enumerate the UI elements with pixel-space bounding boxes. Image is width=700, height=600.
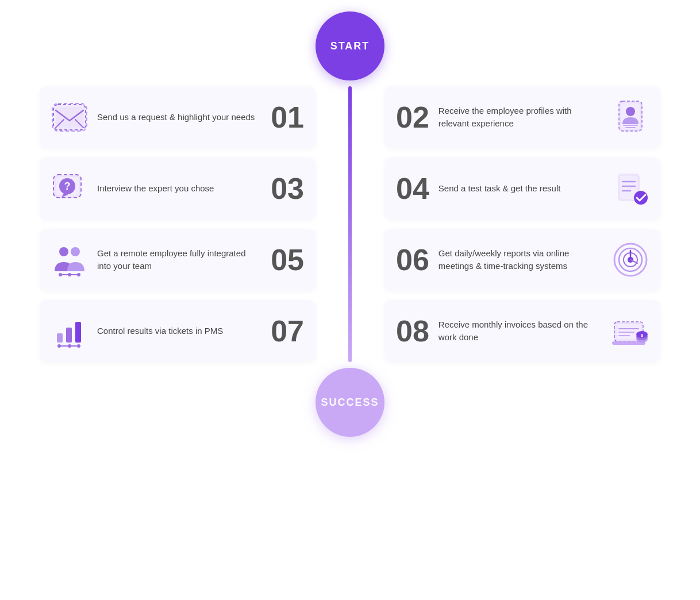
svg-rect-1 [56,107,83,128]
step-05-text: Get a remote employee fully integrated i… [97,247,261,273]
left-column: Send us a request & highlight your needs… [11,86,333,362]
svg-text:?: ? [64,180,71,192]
step-card-01: Send us a request & highlight your needs… [40,86,316,148]
step-01-text: Send us a request & highlight your needs [97,111,261,124]
team-icon [51,241,88,278]
step-card-05: Get a remote employee fully integrated i… [40,229,316,291]
step-05-number: 05 [271,245,304,275]
start-label: START [330,40,370,52]
step-08-number: 08 [396,316,429,346]
step-07-number: 07 [271,316,304,346]
step-card-08: 08 Receive monthly invoices based on the… [384,300,660,362]
step-01-number: 01 [271,102,304,132]
svg-text:$: $ [641,333,644,338]
svg-point-9 [59,247,68,256]
step-06-number: 06 [396,245,429,275]
interview-icon: ? [51,170,88,207]
step-card-04: 04 Send a test task & get the result [384,157,660,220]
step-02-text: Receive the employee profiles with relev… [439,105,603,130]
center-column [333,86,367,362]
page-container: START Send us a re [11,11,689,437]
step-card-06: 06 Get daily/weekly reports via online m… [384,229,660,291]
tracking-icon [612,241,649,278]
start-circle: START [316,11,384,80]
svg-point-10 [71,247,80,256]
step-card-02: 02 Receive the employee profiles with re… [384,86,660,148]
step-02-number: 02 [396,102,429,132]
step-04-number: 04 [396,174,429,203]
step-04-text: Send a test task & get the result [439,182,603,195]
step-03-text: Interview the expert you chose [97,182,261,195]
success-label: SUCCESS [321,397,379,409]
step-card-07: Control results via tickets in PMS 07 [40,300,316,362]
envelope-icon [51,99,88,136]
task-check-icon [612,170,649,207]
svg-rect-16 [66,328,72,343]
svg-rect-15 [57,333,63,343]
success-circle: SUCCESS [316,368,384,437]
svg-point-24 [626,107,635,116]
step-03-number: 03 [271,174,304,203]
step-07-text: Control results via tickets in PMS [97,325,261,338]
profile-doc-icon [612,99,649,136]
invoice-icon: $ [612,313,649,349]
chart-tickets-icon [51,313,88,349]
step-card-03: ? Interview the expert you chose 03 [40,157,316,220]
step-06-text: Get daily/weekly reports via online meet… [439,247,603,273]
step-08-text: Receive monthly invoices based on the wo… [439,318,603,344]
right-column: 02 Receive the employee profiles with re… [367,86,689,362]
svg-rect-17 [75,322,81,343]
steps-grid: Send us a request & highlight your needs… [11,86,689,362]
